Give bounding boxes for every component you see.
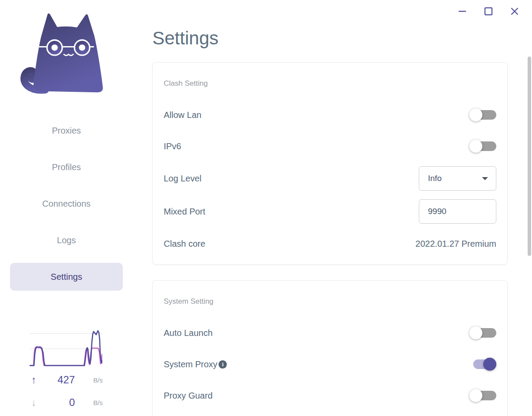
- clash-core-label: Clash core: [164, 239, 205, 249]
- mixed-port-label: Mixed Port: [164, 207, 205, 217]
- traffic-panel: ↑ 427 B/s ↓ 0 B/s: [0, 329, 133, 409]
- allow-lan-label: Allow Lan: [164, 110, 202, 120]
- proxy-guard-row: Proxy Guard: [164, 380, 496, 411]
- download-speed-row: ↓ 0 B/s: [0, 396, 133, 409]
- download-arrow-icon: ↓: [31, 396, 43, 409]
- system-proxy-row: System Proxy i: [164, 349, 496, 380]
- system-proxy-label: System Proxy: [164, 359, 217, 369]
- ipv6-toggle[interactable]: [469, 140, 496, 153]
- proxy-guard-toggle[interactable]: [469, 389, 496, 402]
- traffic-graph: [30, 329, 102, 367]
- clash-setting-card: Clash Setting Allow Lan IPv6 Log Level I…: [152, 62, 508, 265]
- main-content: Settings Clash Setting Allow Lan IPv6 Lo…: [152, 0, 508, 416]
- sidebar-item-settings[interactable]: Settings: [10, 263, 123, 291]
- auto-launch-row: Auto Launch: [164, 317, 496, 349]
- sidebar-item-proxies[interactable]: Proxies: [10, 117, 123, 144]
- sidebar-nav: Proxies Profiles Connections Logs Settin…: [0, 117, 133, 299]
- log-level-row: Log Level Info: [164, 162, 496, 195]
- allow-lan-row: Allow Lan: [164, 99, 496, 131]
- ipv6-label: IPv6: [164, 141, 181, 151]
- window-controls: [457, 6, 520, 17]
- clash-core-row: Clash core 2022.01.27 Premium: [164, 228, 496, 259]
- chevron-down-icon: [482, 177, 488, 180]
- log-level-label: Log Level: [164, 174, 202, 184]
- proxy-guard-label: Proxy Guard: [164, 391, 212, 401]
- upload-speed-value: 427: [43, 374, 75, 386]
- ipv6-row: IPv6: [164, 131, 496, 162]
- clash-core-version: 2022.01.27 Premium: [415, 239, 496, 249]
- mixed-port-input[interactable]: [419, 199, 496, 224]
- sidebar-item-profiles[interactable]: Profiles: [10, 153, 123, 181]
- close-button[interactable]: [509, 6, 520, 17]
- upload-speed-unit: B/s: [75, 376, 103, 384]
- log-level-selected-value: Info: [428, 174, 442, 183]
- sidebar-item-logs[interactable]: Logs: [10, 226, 123, 254]
- maximize-icon: [483, 6, 494, 17]
- upload-arrow-icon: ↑: [31, 373, 43, 386]
- auto-launch-label: Auto Launch: [164, 328, 212, 338]
- page-title: Settings: [152, 28, 508, 49]
- sidebar: Proxies Profiles Connections Logs Settin…: [0, 0, 133, 416]
- log-level-select[interactable]: Info: [419, 166, 496, 191]
- system-proxy-toggle[interactable]: [469, 358, 496, 371]
- system-setting-card: System Setting Auto Launch System Proxy …: [152, 280, 508, 416]
- app-window: Proxies Profiles Connections Logs Settin…: [0, 0, 532, 416]
- minimize-icon: [457, 6, 468, 17]
- download-speed-value: 0: [43, 396, 75, 409]
- minimize-button[interactable]: [457, 6, 468, 17]
- download-speed-unit: B/s: [75, 399, 103, 406]
- mixed-port-row: Mixed Port: [164, 195, 496, 228]
- auto-launch-toggle[interactable]: [469, 326, 496, 339]
- system-setting-header: System Setting: [164, 297, 496, 307]
- sidebar-item-connections[interactable]: Connections: [10, 190, 123, 218]
- maximize-button[interactable]: [483, 6, 494, 17]
- clash-cat-logo: [19, 12, 104, 97]
- close-icon: [509, 6, 520, 17]
- upload-speed-row: ↑ 427 B/s: [0, 373, 133, 386]
- info-icon[interactable]: i: [219, 360, 227, 369]
- clash-setting-header: Clash Setting: [164, 79, 496, 89]
- vertical-scrollbar[interactable]: [528, 57, 531, 256]
- allow-lan-toggle[interactable]: [469, 108, 496, 121]
